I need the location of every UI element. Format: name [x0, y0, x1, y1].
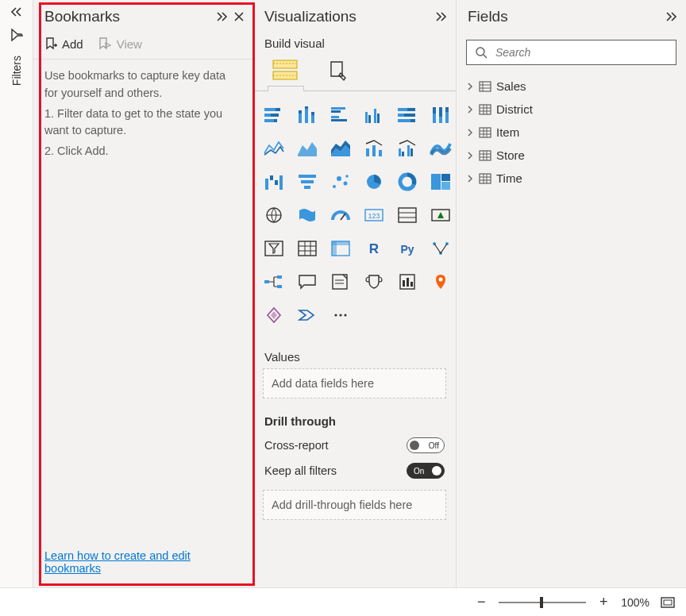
svg-rect-19	[331, 119, 347, 121]
power-automate-icon[interactable]	[293, 301, 322, 329]
svg-rect-57	[441, 174, 450, 181]
svg-point-94	[344, 314, 346, 316]
svg-rect-63	[399, 208, 416, 222]
ribbon-chart-icon[interactable]	[426, 134, 455, 163]
filters-label: Filters	[10, 56, 23, 86]
bookmarks-close-icon[interactable]	[233, 11, 245, 22]
line-chart-icon[interactable]	[260, 134, 288, 163]
svg-rect-22	[374, 109, 376, 123]
bookmark-add-button[interactable]: Add	[44, 37, 83, 51]
svg-rect-68	[299, 241, 316, 256]
drill-through-well[interactable]: Add drill-through fields here	[263, 490, 446, 520]
slicer-icon[interactable]	[260, 234, 288, 263]
table-item[interactable]: Item	[461, 121, 681, 144]
table-time[interactable]: Time	[461, 167, 681, 190]
zoom-level: 100%	[621, 596, 649, 609]
svg-rect-13	[305, 106, 308, 109]
table-district[interactable]: District	[461, 98, 681, 121]
gauge-icon[interactable]	[326, 201, 355, 229]
bookmark-view-label: View	[117, 37, 142, 51]
chevron-right-icon	[466, 129, 474, 137]
r-visual-icon[interactable]: R	[360, 234, 388, 263]
keep-filters-label: Keep all filters	[264, 464, 337, 477]
decomposition-tree-icon[interactable]	[260, 268, 288, 296]
kpi-icon[interactable]	[426, 201, 455, 229]
clustered-column-chart-icon[interactable]	[360, 101, 388, 129]
svg-line-96	[484, 55, 487, 58]
qna-icon[interactable]	[293, 268, 322, 296]
svg-point-52	[344, 182, 348, 186]
table-icon	[479, 103, 491, 116]
map-icon[interactable]	[260, 201, 288, 229]
hundred-stacked-column-icon[interactable]	[426, 101, 455, 129]
line-clustered-column-icon[interactable]	[393, 134, 422, 163]
svg-rect-6	[264, 114, 271, 117]
stacked-column-chart-icon[interactable]	[293, 101, 322, 129]
svg-point-51	[337, 176, 341, 181]
filled-map-icon[interactable]	[293, 201, 322, 229]
filters-funnel-icon[interactable]	[9, 27, 25, 43]
key-influencers-icon[interactable]	[426, 234, 455, 263]
svg-rect-116	[480, 174, 491, 183]
multi-row-card-icon[interactable]	[393, 201, 422, 229]
powerapps-icon[interactable]	[260, 301, 288, 329]
table-sales[interactable]: Sales	[461, 75, 681, 98]
svg-rect-17	[331, 110, 341, 113]
zoom-slider[interactable]	[499, 602, 586, 603]
bookmarks-pane: Bookmarks Add View Use bookmarks to capt	[33, 0, 253, 587]
bookmarks-learn-link[interactable]: Learn how to create and edit bookmarks	[44, 549, 191, 575]
stacked-bar-chart-icon[interactable]	[260, 101, 288, 129]
funnel-chart-icon[interactable]	[293, 167, 322, 196]
table-store[interactable]: Store	[461, 144, 681, 167]
matrix-icon[interactable]	[326, 234, 355, 263]
python-visual-icon[interactable]: Py	[393, 234, 422, 263]
svg-text:Py: Py	[400, 243, 414, 256]
svg-rect-122	[664, 600, 672, 605]
visualizations-collapse-icon[interactable]	[434, 11, 448, 22]
svg-rect-111	[480, 151, 491, 160]
pie-chart-icon[interactable]	[360, 167, 388, 196]
visualizations-title: Visualizations	[264, 8, 356, 25]
format-visual-tab[interactable]	[323, 56, 352, 85]
svg-rect-37	[372, 145, 376, 156]
svg-rect-5	[276, 108, 280, 111]
build-visual-label: Build visual	[253, 33, 456, 50]
fields-collapse-icon[interactable]	[664, 11, 678, 22]
search-input[interactable]	[494, 45, 668, 60]
chevron-right-icon	[466, 83, 474, 90]
bookmarks-hint-step1: 1. Filter data to get to the state you w…	[44, 106, 241, 141]
filters-expand-icon[interactable]	[10, 6, 24, 17]
scatter-chart-icon[interactable]	[326, 167, 355, 196]
paginated-report-icon[interactable]	[393, 268, 422, 296]
smart-narrative-icon[interactable]	[326, 268, 355, 296]
donut-chart-icon[interactable]	[393, 167, 422, 196]
chevron-right-icon	[466, 106, 474, 114]
treemap-icon[interactable]	[426, 167, 455, 196]
hundred-stacked-bar-icon[interactable]	[393, 101, 422, 129]
goals-icon[interactable]	[360, 268, 388, 296]
more-visuals-icon[interactable]	[326, 301, 355, 329]
build-visual-tab[interactable]	[271, 56, 299, 85]
values-well[interactable]: Add data fields here	[263, 368, 446, 398]
clustered-bar-chart-icon[interactable]	[326, 101, 355, 129]
keep-filters-toggle[interactable]: On	[407, 463, 445, 479]
waterfall-chart-icon[interactable]	[260, 167, 288, 196]
table-icon[interactable]	[293, 234, 322, 263]
bookmarks-collapse-icon[interactable]	[214, 11, 229, 22]
stacked-area-chart-icon[interactable]	[326, 134, 355, 163]
card-icon[interactable]: 123	[360, 201, 388, 229]
svg-point-53	[345, 175, 349, 178]
bookmarks-hint-intro: Use bookmarks to capture key data for yo…	[44, 67, 241, 102]
line-stacked-column-icon[interactable]	[360, 134, 388, 163]
zoom-bar: − + 100%	[0, 587, 686, 616]
svg-rect-27	[404, 114, 415, 117]
arcgis-map-icon[interactable]	[426, 268, 455, 296]
area-chart-icon[interactable]	[293, 134, 322, 163]
zoom-out-button[interactable]: −	[475, 594, 488, 610]
cross-report-toggle[interactable]: Off	[407, 437, 445, 453]
zoom-in-button[interactable]: +	[597, 594, 610, 610]
fit-to-page-icon[interactable]	[661, 597, 675, 608]
svg-rect-43	[265, 179, 268, 190]
fields-search-box[interactable]	[466, 40, 676, 65]
svg-rect-46	[279, 175, 283, 190]
